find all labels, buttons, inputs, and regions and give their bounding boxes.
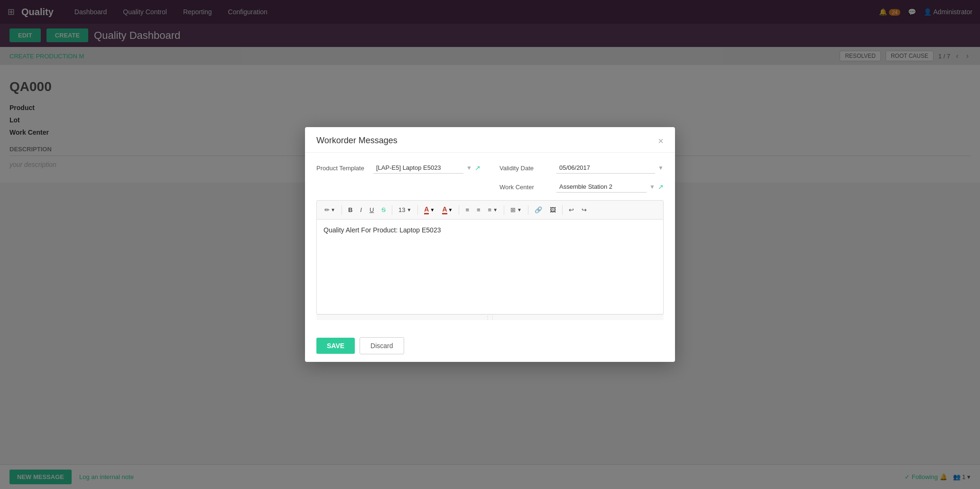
font-size-arrow: ▼ bbox=[407, 207, 411, 212]
redo-icon: ↪ bbox=[582, 206, 587, 213]
align-arrow: ▼ bbox=[493, 207, 498, 212]
product-template-input[interactable] bbox=[373, 162, 463, 174]
toolbar-align-btn[interactable]: ≡ ▼ bbox=[485, 204, 501, 215]
toolbar-font-color-btn[interactable]: A ▼ bbox=[421, 203, 437, 216]
save-button[interactable]: SAVE bbox=[316, 338, 355, 354]
toolbar-table-btn[interactable]: ⊞ ▼ bbox=[508, 204, 525, 215]
toolbar-sep-1 bbox=[342, 205, 342, 215]
bg-color-arrow: ▼ bbox=[448, 207, 453, 212]
undo-icon: ↩ bbox=[569, 206, 574, 213]
product-template-dropdown-arrow[interactable]: ▼ bbox=[466, 165, 472, 171]
form-row-1: Product Template ▼ ↗ Validity Date ▼ bbox=[316, 162, 664, 174]
modal-overlay[interactable]: Workorder Messages × Product Template ▼ … bbox=[0, 0, 980, 489]
editor-text: Quality Alert For Product: Laptop E5023 bbox=[324, 226, 441, 234]
toolbar-image-btn[interactable]: 🖼 bbox=[547, 204, 559, 215]
work-center-ext-link[interactable]: ↗ bbox=[658, 183, 664, 191]
link-icon: 🔗 bbox=[535, 206, 542, 213]
toolbar-bg-color-btn[interactable]: A ▼ bbox=[439, 203, 455, 216]
validity-date-input[interactable] bbox=[556, 162, 655, 174]
bold-icon: B bbox=[348, 206, 352, 213]
editor-resize-handle[interactable]: ⋮⋮ bbox=[316, 314, 664, 320]
product-template-control-wrap: ▼ ↗ bbox=[373, 162, 481, 174]
validity-date-group: Validity Date ▼ bbox=[499, 162, 664, 174]
toolbar-redo-btn[interactable]: ↪ bbox=[579, 204, 590, 215]
work-center-dropdown-arrow[interactable]: ▼ bbox=[649, 184, 655, 190]
toolbar-undo-btn[interactable]: ↩ bbox=[566, 204, 577, 215]
product-template-group: Product Template ▼ ↗ bbox=[316, 162, 481, 174]
font-color-arrow: ▼ bbox=[430, 207, 435, 212]
toolbar-sep-7 bbox=[562, 205, 563, 215]
toolbar-sep-4 bbox=[459, 205, 459, 215]
underline-icon: U bbox=[370, 206, 374, 213]
work-center-group: Work Center ▼ ↗ bbox=[499, 181, 664, 193]
table-arrow: ▼ bbox=[517, 207, 522, 212]
toolbar-sep-2 bbox=[392, 205, 392, 215]
modal-footer: SAVE Discard bbox=[305, 330, 675, 362]
strikethrough-icon: S bbox=[381, 206, 386, 213]
editor-content-area[interactable]: Quality Alert For Product: Laptop E5023 bbox=[316, 220, 664, 314]
product-template-label: Product Template bbox=[316, 165, 369, 172]
italic-icon: I bbox=[360, 206, 362, 213]
ul-icon: ≡ bbox=[465, 206, 469, 213]
toolbar-bold-btn[interactable]: B bbox=[345, 204, 355, 215]
toolbar-pencil-btn[interactable]: ✏ ▼ bbox=[322, 204, 338, 215]
ol-icon: ≡ bbox=[477, 206, 481, 213]
toolbar-strikethrough-btn[interactable]: S bbox=[379, 204, 388, 215]
rich-text-editor: ✏ ▼ B I U S bbox=[316, 200, 664, 320]
editor-toolbar: ✏ ▼ B I U S bbox=[316, 200, 664, 220]
discard-button[interactable]: Discard bbox=[360, 337, 404, 354]
resize-icon: ⋮⋮ bbox=[485, 315, 495, 320]
toolbar-link-btn[interactable]: 🔗 bbox=[532, 204, 545, 215]
toolbar-sep-5 bbox=[504, 205, 504, 215]
product-template-ext-link[interactable]: ↗ bbox=[475, 164, 481, 172]
work-center-label-modal: Work Center bbox=[499, 184, 552, 191]
validity-date-control-wrap: ▼ bbox=[556, 162, 664, 174]
toolbar-italic-btn[interactable]: I bbox=[357, 204, 365, 215]
modal-close-button[interactable]: × bbox=[658, 136, 664, 146]
pencil-icon: ✏ bbox=[324, 206, 330, 213]
modal-dialog: Workorder Messages × Product Template ▼ … bbox=[305, 127, 675, 362]
bg-color-icon: A bbox=[442, 205, 447, 214]
toolbar-sep-3 bbox=[417, 205, 418, 215]
image-icon: 🖼 bbox=[550, 206, 556, 213]
work-center-input[interactable] bbox=[556, 181, 647, 193]
font-size-value: 13 bbox=[398, 206, 405, 213]
validity-date-label: Validity Date bbox=[499, 165, 552, 172]
toolbar-sep-6 bbox=[528, 205, 528, 215]
toolbar-ul-btn[interactable]: ≡ bbox=[462, 204, 472, 215]
modal-title: Workorder Messages bbox=[316, 136, 398, 146]
toolbar-ol-btn[interactable]: ≡ bbox=[474, 204, 483, 215]
work-center-control-wrap: ▼ ↗ bbox=[556, 181, 664, 193]
toolbar-font-size-btn[interactable]: 13 ▼ bbox=[396, 204, 414, 215]
table-icon: ⊞ bbox=[510, 206, 516, 213]
form-row-2: Work Center ▼ ↗ bbox=[316, 181, 664, 193]
toolbar-underline-btn[interactable]: U bbox=[367, 204, 377, 215]
font-color-icon: A bbox=[424, 205, 429, 214]
toolbar-pencil-arrow: ▼ bbox=[331, 207, 335, 212]
modal-body: Product Template ▼ ↗ Validity Date ▼ bbox=[305, 153, 675, 330]
modal-header: Workorder Messages × bbox=[305, 127, 675, 153]
align-icon: ≡ bbox=[488, 206, 492, 213]
validity-date-dropdown-arrow[interactable]: ▼ bbox=[658, 165, 664, 171]
